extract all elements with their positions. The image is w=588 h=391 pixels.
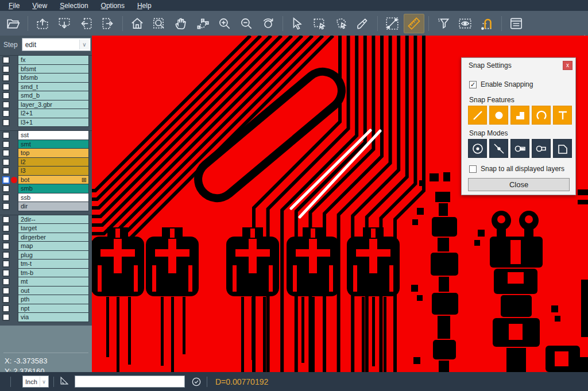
zoom-out-button[interactable]	[236, 14, 257, 33]
dialog-title-bar[interactable]: Snap Settings x	[462, 58, 575, 72]
step-select[interactable]: edit ∨	[22, 38, 91, 51]
snap-feature-arc-button[interactable]	[532, 106, 551, 125]
confirm-circle-icon[interactable]	[191, 376, 202, 388]
layer-visibility-checkbox[interactable]	[2, 176, 10, 184]
layer-name[interactable]: l2+1	[18, 109, 89, 118]
open-button[interactable]	[3, 14, 24, 33]
layer-name[interactable]: dirgerber	[18, 233, 89, 242]
layer-visibility-checkbox[interactable]	[2, 234, 10, 241]
layer-visibility-checkbox[interactable]	[2, 65, 10, 73]
chevron-down-icon[interactable]: ∨	[79, 40, 89, 49]
layer-name[interactable]: pth	[18, 295, 89, 304]
layer-name[interactable]: smd_b	[18, 91, 89, 100]
zoom-window-button[interactable]	[149, 14, 169, 33]
snap-feature-surface-button[interactable]	[510, 106, 529, 125]
layer-name[interactable]: target	[18, 224, 89, 233]
layer-visibility-checkbox[interactable]	[2, 296, 10, 303]
snap-mode-slot-end-button[interactable]	[510, 139, 529, 158]
layer-name[interactable]: bfsmt	[18, 65, 89, 74]
layer-visibility-checkbox[interactable]	[2, 110, 10, 117]
pan-right-button[interactable]	[98, 14, 118, 33]
layer-visibility-checkbox[interactable]	[2, 167, 10, 175]
layer-name[interactable]: map	[18, 242, 89, 251]
grid-icon[interactable]: ⊞	[82, 176, 87, 184]
layer-name[interactable]: mt	[18, 277, 89, 287]
home-view-button[interactable]	[127, 14, 148, 33]
pan-left-button[interactable]	[76, 14, 96, 33]
layer-name[interactable]: fx	[18, 56, 89, 65]
layer-visibility-checkbox[interactable]	[2, 242, 10, 250]
layer-visibility-checkbox[interactable]	[2, 101, 10, 109]
layer-name[interactable]: l2	[18, 158, 89, 167]
measure-ruler-button[interactable]	[404, 14, 424, 33]
layer-visibility-checkbox[interactable]	[2, 92, 10, 99]
layer-visibility-checkbox[interactable]	[2, 203, 10, 210]
layer-visibility-checkbox[interactable]	[2, 251, 10, 259]
layer-name[interactable]: layer_3.gbr	[18, 100, 89, 110]
layer-visibility-checkbox[interactable]	[2, 141, 10, 148]
layer-visibility-checkbox[interactable]	[2, 185, 10, 192]
chevron-down-icon[interactable]: ∨	[40, 377, 48, 386]
layer-name[interactable]: tm-b	[18, 269, 89, 278]
layer-name[interactable]: l3+1	[18, 118, 89, 127]
layer-name[interactable]: tm-t	[18, 260, 89, 269]
layer-name[interactable]: via	[18, 313, 89, 322]
layer-visibility-checkbox[interactable]	[2, 269, 10, 277]
zoom-reset-button[interactable]	[258, 14, 278, 33]
layer-name[interactable]: bot⊞	[18, 176, 89, 185]
menu-file[interactable]: File	[3, 1, 25, 10]
snap-mode-online-button[interactable]	[489, 139, 508, 158]
checkbox-checked[interactable]: ✓	[469, 81, 477, 88]
view-region-button[interactable]	[455, 14, 475, 33]
layer-name[interactable]: sst	[18, 131, 89, 140]
layer-visibility-checkbox[interactable]	[2, 216, 10, 223]
layer-visibility-checkbox[interactable]	[2, 260, 10, 268]
checkbox-unchecked[interactable]	[469, 165, 477, 173]
select-rectangle-button[interactable]	[309, 14, 330, 33]
pan-down-button[interactable]	[54, 14, 75, 33]
layers-panel-button[interactable]	[506, 14, 527, 33]
layer-visibility-checkbox[interactable]	[2, 131, 10, 139]
layer-visibility-checkbox[interactable]	[2, 119, 10, 126]
measure-line-button[interactable]	[382, 14, 403, 33]
layer-name[interactable]: 2dir--	[18, 215, 89, 224]
enable-snapping-checkbox[interactable]: ✓ Enable Snapping	[469, 80, 533, 88]
close-icon[interactable]: x	[563, 61, 572, 70]
filter-button[interactable]	[433, 14, 454, 33]
layer-visibility-checkbox[interactable]	[2, 287, 10, 295]
select-pointer-button[interactable]	[287, 14, 308, 33]
snap-button[interactable]	[477, 14, 497, 33]
layer-visibility-checkbox[interactable]	[2, 305, 10, 312]
layer-name[interactable]: smt	[18, 140, 89, 149]
snap-feature-line-button[interactable]	[468, 106, 487, 125]
layer-visibility-checkbox[interactable]	[2, 224, 10, 232]
command-input[interactable]	[75, 375, 185, 388]
close-button[interactable]: Close	[468, 178, 570, 191]
menu-view[interactable]: View	[27, 1, 52, 10]
pan-up-button[interactable]	[32, 14, 53, 33]
snap-mode-contour-button[interactable]	[553, 139, 572, 158]
menu-options[interactable]: Options	[96, 1, 130, 10]
layer-visibility-checkbox[interactable]	[2, 278, 10, 285]
snap-feature-pad-button[interactable]	[489, 106, 508, 125]
layer-visibility-checkbox[interactable]	[2, 194, 10, 202]
layer-name[interactable]: l3	[18, 167, 89, 176]
layer-name[interactable]: npt	[18, 304, 89, 313]
brush-button[interactable]	[353, 14, 373, 33]
zoom-polygon-button[interactable]	[192, 14, 213, 33]
snap-mode-center-button[interactable]	[468, 139, 487, 158]
layer-name[interactable]: smd_t	[18, 83, 89, 92]
layer-name[interactable]: bfsmb	[18, 73, 89, 83]
layer-visibility-checkbox[interactable]	[2, 149, 10, 157]
layer-name[interactable]: top	[18, 149, 89, 158]
layer-name[interactable]: out	[18, 287, 89, 296]
layer-visibility-checkbox[interactable]	[2, 158, 10, 166]
snap-all-layers-checkbox[interactable]: Snap to all displayed layers	[469, 165, 564, 173]
zoom-in-button[interactable]	[214, 14, 235, 33]
select-polygon-button[interactable]	[331, 14, 351, 33]
layer-name[interactable]: plug	[18, 251, 89, 260]
layer-name[interactable]: smb	[18, 184, 89, 193]
snap-mode-slot-open-button[interactable]	[532, 139, 551, 158]
angle-tool-icon[interactable]	[59, 375, 70, 389]
menu-help[interactable]: Help	[132, 1, 157, 10]
